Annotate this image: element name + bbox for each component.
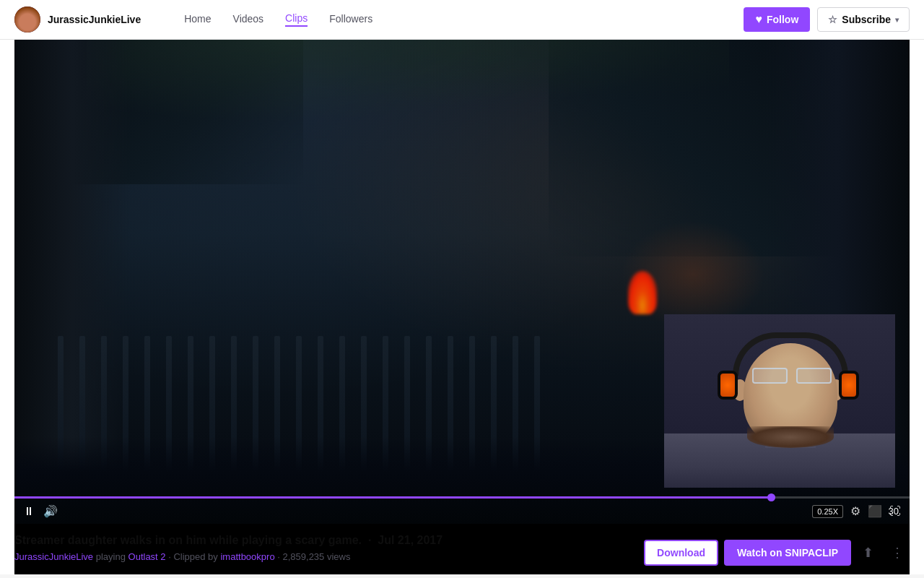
progress-fill — [14, 496, 775, 499]
views-count: 2,859,235 views — [282, 551, 350, 562]
share-button[interactable]: ⬆ — [857, 540, 879, 565]
layout-icon: ⬛ — [868, 505, 882, 517]
volume-icon: 🔊 — [43, 504, 58, 518]
video-controls-left: ⏸ 🔊 — [23, 504, 58, 518]
progress-bar[interactable] — [14, 496, 910, 499]
fullscreen-button[interactable]: ⛶ — [889, 505, 901, 518]
video-controls-right: 0.25X ⚙ ⬛ ⛶ — [812, 504, 901, 518]
volume-button[interactable]: 🔊 — [43, 504, 58, 518]
watch-on-snipaclip-button[interactable]: Watch on SNIPACLIP — [724, 540, 851, 566]
subscribe-label: Subscribe — [842, 14, 891, 25]
header-right: ♥ Follow ☆ Subscribe ▾ — [744, 7, 910, 32]
header: JurassicJunkieLive Home Videos Clips Fol… — [0, 0, 924, 40]
video-title-text: Streamer daughter walks in on him while … — [14, 534, 362, 546]
video-actions: Download Watch on SNIPACLIP ⬆ ⋮ — [644, 540, 910, 566]
clipper-link[interactable]: imattbookpro — [220, 551, 274, 562]
fullscreen-icon: ⛶ — [889, 505, 901, 517]
playing-label: playing — [96, 551, 128, 562]
follow-label: Follow — [767, 14, 798, 25]
speed-badge[interactable]: 0.25X — [812, 505, 843, 518]
clipped-by-label: · Clipped by — [168, 551, 220, 562]
video-info: Streamer daughter walks in on him while … — [14, 524, 910, 574]
content-area: 30 ⏸ 🔊 0.25X ⚙ — [0, 40, 924, 574]
channel-name[interactable]: JurassicJunkieLive — [48, 14, 141, 25]
download-button[interactable]: Download — [644, 540, 718, 566]
nav-videos[interactable]: Videos — [233, 13, 264, 26]
heart-icon: ♥ — [755, 13, 762, 26]
video-frame[interactable]: 30 ⏸ 🔊 0.25X ⚙ — [14, 40, 910, 524]
subscribe-button[interactable]: ☆ Subscribe ▾ — [817, 7, 910, 32]
nav-home[interactable]: Home — [184, 13, 211, 26]
layout-button[interactable]: ⬛ — [868, 504, 882, 518]
more-options-button[interactable]: ⋮ — [885, 540, 910, 565]
main-nav: Home Videos Clips Followers — [184, 12, 372, 27]
video-container: 30 ⏸ 🔊 0.25X ⚙ — [14, 40, 910, 574]
gear-icon: ⚙ — [850, 505, 860, 517]
settings-button[interactable]: ⚙ — [850, 504, 860, 518]
progress-dot — [767, 493, 775, 501]
streamer-face — [664, 314, 895, 488]
webcam-overlay — [664, 314, 895, 488]
video-date: Jul 21, 2017 — [378, 534, 443, 546]
nav-followers[interactable]: Followers — [329, 13, 372, 26]
pause-button[interactable]: ⏸ — [23, 505, 35, 518]
more-icon: ⋮ — [891, 545, 904, 560]
chevron-down-icon: ▾ — [895, 16, 899, 24]
pause-icon: ⏸ — [23, 505, 35, 518]
video-title-section: Streamer daughter walks in on him while … — [14, 534, 644, 562]
nav-clips[interactable]: Clips — [285, 12, 308, 27]
follow-button[interactable]: ♥ Follow — [744, 7, 810, 32]
video-title: Streamer daughter walks in on him while … — [14, 534, 644, 547]
share-icon: ⬆ — [863, 545, 873, 560]
game-link[interactable]: Outlast 2 — [128, 551, 166, 562]
avatar[interactable] — [14, 7, 40, 33]
channel-link[interactable]: JurassicJunkieLive — [14, 551, 93, 562]
video-meta: JurassicJunkieLive playing Outlast 2 · C… — [14, 551, 644, 562]
star-icon: ☆ — [828, 14, 837, 25]
header-left: JurassicJunkieLive — [14, 7, 141, 33]
